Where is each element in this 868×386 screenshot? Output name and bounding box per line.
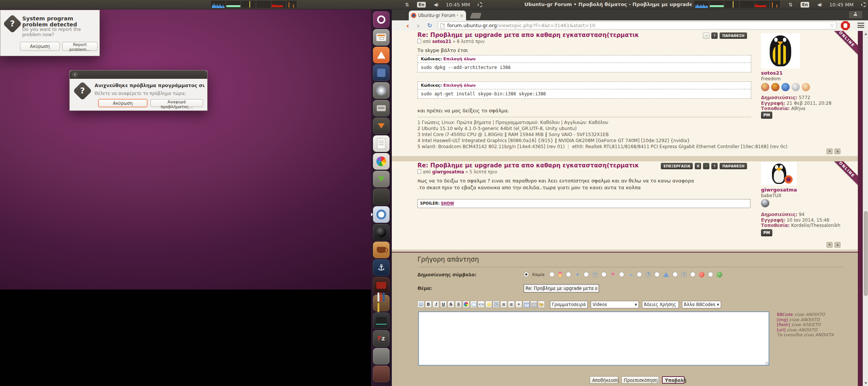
topic-icon-radio[interactable] (654, 272, 660, 277)
bbcode-link[interactable]: BBCode (777, 312, 793, 317)
network-arrows-icon[interactable]: ⇅ (789, 2, 793, 7)
launcher-files[interactable] (373, 29, 390, 46)
quote-button[interactable]: ΠΑΡΑΘΕΣΗ (720, 163, 747, 169)
reload-button[interactable]: ↻ (427, 21, 432, 30)
cancel-button[interactable]: Ακύρωση (20, 42, 60, 51)
topic-icon-radio[interactable] (566, 272, 571, 277)
list-button[interactable]: ≡ (500, 301, 507, 308)
launcher-teapot-app[interactable] (373, 242, 390, 258)
italic-button[interactable]: I (432, 301, 439, 308)
launcher-document[interactable] (373, 135, 390, 152)
launcher-filezilla[interactable]: Fz (373, 330, 390, 347)
address-bar[interactable]: forum.ubuntu-gr.org/viewtopic.php?f=4&t=… (438, 21, 836, 29)
dialog-titlebar[interactable]: × (70, 70, 207, 79)
submit-button[interactable]: Υποβολή (662, 376, 685, 384)
resize-grip[interactable] (766, 362, 769, 365)
cancel-button[interactable]: Ακύρωση (98, 99, 147, 107)
clock-indicator[interactable]: 10:45 ΜΜ (446, 2, 470, 8)
author-link[interactable]: giwrgosatma (432, 169, 464, 175)
topic-icon-radio[interactable] (672, 272, 678, 277)
author-link[interactable]: sotos21 (432, 39, 451, 44)
subject-input[interactable] (524, 284, 599, 293)
message-textarea[interactable] (418, 311, 769, 366)
image-button[interactable] (523, 301, 530, 308)
delete-button[interactable]: X (695, 163, 701, 169)
spoiler-button[interactable] (493, 301, 500, 308)
keyboard-indicator[interactable]: En (417, 2, 426, 8)
back-button[interactable]: ‹ (406, 21, 409, 30)
topic-icon-radio-none[interactable] (524, 272, 529, 277)
select-all-link[interactable]: Επιλογή όλων (443, 83, 476, 88)
launcher-colors[interactable] (373, 153, 390, 170)
back-to-top-icon[interactable]: ▲ (834, 149, 840, 154)
approve-button[interactable]: ✓ (703, 163, 709, 169)
bookmark-star-icon[interactable]: ☆ (829, 22, 834, 29)
keyboard-indicator[interactable]: En (801, 2, 809, 8)
edit-button[interactable]: ΕΠΕΞΕΡΓΑΣΙΑ (661, 163, 693, 169)
browser-menu-icon[interactable] (857, 23, 864, 29)
topic-icon-radio[interactable] (637, 272, 642, 277)
videos-select[interactable]: Videos▼ (591, 301, 639, 308)
launcher-app-gray[interactable] (373, 100, 390, 116)
quote-button[interactable]: ≣ (455, 301, 462, 308)
preview-button[interactable]: Προεπισκόπηση (621, 376, 659, 384)
bold-button[interactable]: B (425, 301, 432, 308)
topic-icon-radio[interactable] (601, 272, 607, 277)
topic-icon-radio[interactable] (549, 272, 555, 277)
username-link[interactable]: sotos21 (761, 70, 783, 76)
clock-indicator[interactable]: 10:45 ΜΜ (829, 2, 853, 8)
topic-icon-radio[interactable] (690, 272, 695, 277)
select-all-link[interactable]: Επιλογή όλων (443, 57, 476, 61)
avatar[interactable] (761, 162, 797, 185)
ordered-list-button[interactable]: ≡ (508, 301, 515, 308)
scroll-up-icon[interactable]: ▲ (863, 32, 868, 35)
profile-mini-icon[interactable]: ▪ (827, 242, 833, 248)
pm-button[interactable]: PM (761, 229, 772, 236)
spoiler-show-link[interactable]: SHOW (441, 201, 454, 205)
tab-close-icon[interactable]: × (460, 13, 464, 18)
launcher-app-dark[interactable] (373, 188, 390, 205)
flash-button[interactable] (530, 301, 537, 308)
username-link[interactable]: giwrgosatma (761, 187, 797, 193)
launcher-system-monitor[interactable] (373, 312, 390, 329)
list-item-button[interactable]: • (515, 301, 522, 308)
hint-button[interactable] (485, 301, 492, 308)
launcher-downloads[interactable] (373, 118, 390, 134)
speech-bubble-button[interactable] (470, 301, 477, 308)
launcher-app-maroon[interactable] (373, 366, 390, 382)
close-icon[interactable]: × (72, 72, 78, 77)
topic-icon-radio[interactable] (584, 272, 589, 277)
launcher-app-blue[interactable] (373, 64, 390, 81)
save-button[interactable]: Αποθήκευση (590, 376, 618, 384)
session-gear-icon[interactable] (478, 2, 483, 7)
report-post-button[interactable]: ! (711, 163, 718, 169)
launcher-software-updater[interactable] (373, 171, 390, 187)
launcher-software-center[interactable] (373, 47, 390, 63)
volume-icon[interactable]: ◀)) (434, 3, 438, 7)
scrollbar-thumb[interactable] (864, 211, 868, 296)
back-to-top-icon[interactable]: ▲ (834, 242, 840, 248)
profile-mini-icon[interactable]: ▪ (827, 149, 833, 154)
launcher-anchor-app[interactable]: ⚓ (373, 259, 390, 276)
new-tab-button[interactable] (470, 13, 482, 18)
browser-tab[interactable]: Ubuntu-gr Forum • Γ × (409, 11, 466, 20)
scroll-down-icon[interactable]: ▼ (863, 381, 868, 385)
launcher-app-gray2[interactable] (373, 348, 390, 365)
launcher-ubuntu-dash[interactable] (373, 11, 390, 28)
network-arrows-icon[interactable]: ⇅ (405, 2, 409, 7)
bbcodes-select[interactable]: Άλλα BBCodes▼ (682, 301, 721, 308)
underline-button[interactable]: U (440, 301, 447, 308)
avatar[interactable] (761, 33, 800, 69)
session-gear-icon[interactable] (861, 2, 866, 7)
font-select[interactable]: Γραμματοσειρά▼ (550, 301, 588, 308)
adblock-extension-icon[interactable] (841, 21, 850, 30)
scrollbar[interactable]: ▲ ▼ (863, 31, 868, 386)
code-button[interactable]: <> (478, 301, 484, 308)
launcher-books[interactable] (373, 295, 390, 311)
pm-button[interactable]: PM (761, 112, 772, 119)
approve-button[interactable]: ✓ (703, 32, 709, 39)
profile-button[interactable] (848, 11, 863, 19)
license-select[interactable]: Άδειες Χρήσης▼ (642, 301, 679, 308)
ip-button[interactable]: Ip (538, 301, 545, 308)
post-title-link[interactable]: Re: Προβλημε με upgrade μετα απο καθαρη … (417, 32, 639, 38)
